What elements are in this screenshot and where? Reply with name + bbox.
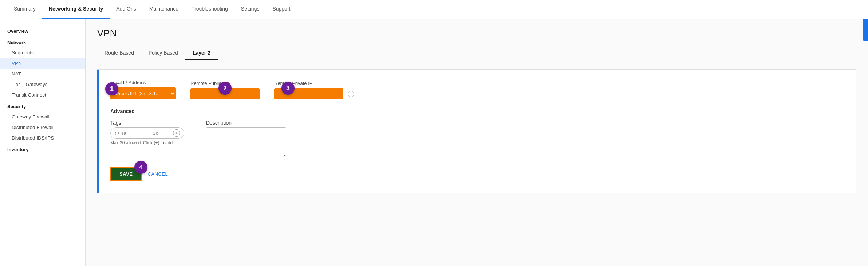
ip-fields-row: Local IP Address Public IP1 (35...3.1...… xyxy=(110,80,844,99)
tab-settings[interactable]: Settings xyxy=(234,0,266,19)
sidebar-item-segments[interactable]: Segments xyxy=(0,47,85,58)
remote-private-ip-info-icon[interactable]: i xyxy=(348,91,354,97)
tab-route-based[interactable]: Route Based xyxy=(97,46,141,60)
sidebar-item-gateway-firewall[interactable]: Gateway Firewall xyxy=(0,112,85,122)
sidebar-item-tier1-gateways[interactable]: Tier-1 Gateways xyxy=(0,79,85,90)
description-label: Description xyxy=(206,120,286,126)
tags-hint: Max 30 allowed. Click (+) to add. xyxy=(110,140,184,145)
local-ip-address-label: Local IP Address xyxy=(110,80,176,85)
sidebar-item-vpn[interactable]: VPN xyxy=(0,58,85,69)
local-ip-address-field: Local IP Address Public IP1 (35...3.1...… xyxy=(110,80,176,99)
sidebar-item-transit-connect[interactable]: Transit Connect xyxy=(0,90,85,100)
tab-maintenance[interactable]: Maintenance xyxy=(143,0,185,19)
description-textarea[interactable] xyxy=(206,127,286,156)
tab-summary[interactable]: Summary xyxy=(7,0,42,19)
sidebar-item-distributed-ids-ips[interactable]: Distributed IDS/IPS xyxy=(0,133,85,143)
annotation-badge-2: 2 xyxy=(218,82,232,95)
tab-layer2[interactable]: Layer 2 xyxy=(185,46,218,60)
scroll-indicator[interactable] xyxy=(863,19,868,41)
tags-field: Tags 🏷 + Max 30 allowed. Click (+) to ad… xyxy=(110,120,184,145)
tags-input-wrap: 🏷 + xyxy=(110,127,184,139)
sidebar: Overview Network Segments VPN NAT Tier-1… xyxy=(0,19,86,266)
tab-policy-based[interactable]: Policy Based xyxy=(141,46,185,60)
annotation-badge-3: 3 xyxy=(281,82,295,95)
sidebar-header-inventory: Inventory xyxy=(0,143,85,154)
annotation-badge-1: 1 xyxy=(105,82,118,95)
tab-support[interactable]: Support xyxy=(266,0,297,19)
sidebar-overview[interactable]: Overview xyxy=(0,25,85,36)
sidebar-item-distributed-firewall[interactable]: Distributed Firewall xyxy=(0,122,85,133)
tag-add-button[interactable]: + xyxy=(173,129,180,137)
local-ip-address-select[interactable]: Public IP1 (35...3.1... xyxy=(111,88,175,99)
save-button-wrap: SAVE 4 xyxy=(110,167,142,181)
sidebar-header-network: Network xyxy=(0,36,85,47)
page-title: VPN xyxy=(97,28,856,39)
tag-icon: 🏷 xyxy=(114,130,119,136)
vpn-tabs: Route Based Policy Based Layer 2 xyxy=(97,46,856,60)
sidebar-header-security: Security xyxy=(0,100,85,112)
local-ip-address-wrap: Public IP1 (35...3.1... 1 xyxy=(110,87,176,99)
vpn-form-card: Local IP Address Public IP1 (35...3.1...… xyxy=(97,69,856,193)
remote-public-ip-wrap: 22...4 2 xyxy=(190,88,260,99)
remote-public-ip-field: Remote Public IP* 22...4 2 xyxy=(190,81,260,99)
main-content: VPN Route Based Policy Based Layer 2 Loc… xyxy=(86,19,868,266)
actions-row: SAVE 4 CANCEL xyxy=(110,167,844,181)
tags-label: Tags xyxy=(110,120,184,126)
advanced-section: Advanced Tags 🏷 + Max 30 allowed. Click … xyxy=(110,108,844,156)
cancel-button[interactable]: CANCEL xyxy=(147,171,168,177)
tab-networking-security[interactable]: Networking & Security xyxy=(42,0,110,19)
description-field: Description xyxy=(206,120,286,156)
tab-troubleshooting[interactable]: Troubleshooting xyxy=(185,0,234,19)
tab-add-ons[interactable]: Add Ons xyxy=(110,0,142,19)
remote-private-ip-wrap: 172...1 i 3 xyxy=(274,88,354,99)
tag-key-input[interactable] xyxy=(121,130,150,136)
tag-scope-input[interactable] xyxy=(153,130,171,136)
remote-private-ip-field: Remote Private IP 172...1 i 3 xyxy=(274,81,354,99)
advanced-header: Advanced xyxy=(110,108,844,114)
sidebar-item-nat[interactable]: NAT xyxy=(0,69,85,79)
advanced-fields-row: Tags 🏷 + Max 30 allowed. Click (+) to ad… xyxy=(110,120,844,156)
top-navigation: Summary Networking & Security Add Ons Ma… xyxy=(0,0,868,19)
annotation-badge-4: 4 xyxy=(134,161,147,174)
